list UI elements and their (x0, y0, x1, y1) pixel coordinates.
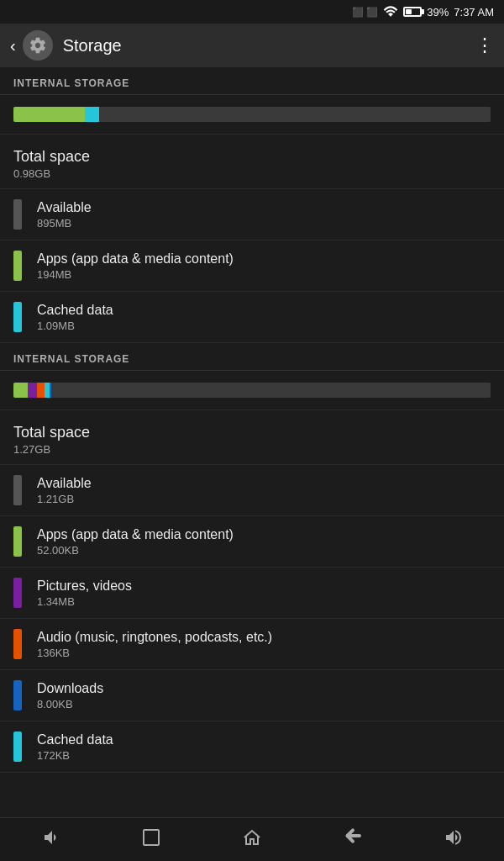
text-apps-2: Apps (app data & media content) 52.00KB (37, 527, 491, 557)
value-available-2: 1.21GB (37, 493, 491, 505)
volume-down-button[interactable] (24, 821, 77, 859)
bar-chart-1 (13, 107, 491, 122)
icon-available-1 (13, 199, 22, 230)
label-downloads: Downloads (37, 681, 491, 696)
label-pictures: Pictures, videos (37, 578, 491, 594)
row-apps-1[interactable]: Apps (app data & media content) 194MB (0, 240, 504, 292)
bar-cached-1 (85, 107, 99, 122)
row-cached-1[interactable]: Cached data 1.09MB (0, 292, 504, 343)
icon-apps-2 (13, 526, 22, 557)
text-apps-1: Apps (app data & media content) 194MB (37, 251, 491, 281)
total-space-value-2: 1.27GB (13, 443, 491, 456)
status-bar: ⬛ ⬛ 39% 7:37 AM (0, 0, 504, 24)
total-space-label-2: Total space (13, 424, 491, 441)
text-pictures: Pictures, videos 1.34MB (37, 578, 491, 608)
row-downloads[interactable]: Downloads 8.00KB (0, 670, 504, 721)
bar-apps-1 (13, 107, 85, 122)
icon-audio (13, 629, 22, 659)
text-available-1: Available 895MB (37, 200, 491, 230)
row-available-2[interactable]: Available 1.21GB (0, 465, 504, 516)
status-icons: ⬛ ⬛ 39% 7:37 AM (352, 6, 494, 18)
text-cached-1: Cached data 1.09MB (37, 303, 491, 332)
icon-apps-1 (13, 251, 22, 281)
section-header-2: INTERNAL STORAGE (0, 343, 504, 371)
icon-cached-2 (13, 732, 22, 762)
value-pictures: 1.34MB (37, 595, 491, 608)
bar-free-2 (51, 383, 491, 398)
value-available-1: 895MB (37, 217, 491, 230)
bar-audio-2 (37, 383, 45, 398)
row-available-1[interactable]: Available 895MB (0, 189, 504, 240)
time: 7:37 AM (454, 6, 494, 18)
label-cached-1: Cached data (37, 303, 491, 318)
row-cached-2[interactable]: Cached data 172KB (0, 721, 504, 773)
text-cached-2: Cached data 172KB (37, 732, 491, 762)
value-audio: 136KB (37, 647, 491, 659)
back-button[interactable]: ‹ (10, 36, 16, 55)
icon-downloads (13, 680, 22, 710)
value-cached-1: 1.09MB (37, 320, 491, 332)
svg-rect-0 (144, 830, 159, 845)
back-nav-button[interactable] (326, 821, 380, 859)
recent-apps-button[interactable] (124, 821, 178, 859)
total-space-row-1: Total space 0.98GB (0, 135, 504, 189)
bar-pics-2 (28, 383, 37, 398)
label-available-1: Available (37, 200, 491, 215)
storage-bar-2 (0, 371, 504, 410)
page-title: Storage (63, 36, 475, 55)
value-apps-2: 52.00KB (37, 544, 491, 557)
icon-cached-1 (13, 302, 22, 332)
total-space-label-1: Total space (13, 148, 491, 166)
bar-chart-2 (13, 383, 491, 398)
row-audio[interactable]: Audio (music, ringtones, podcasts, etc.)… (0, 619, 504, 670)
text-audio: Audio (music, ringtones, podcasts, etc.)… (37, 630, 491, 659)
icon-available-2 (13, 475, 22, 505)
total-space-value-1: 0.98GB (13, 167, 491, 180)
section-header-1: INTERNAL STORAGE (0, 67, 504, 95)
wifi-icon (383, 6, 398, 18)
label-available-2: Available (37, 476, 491, 491)
bar-free-1 (99, 107, 491, 122)
bottom-navigation (0, 817, 504, 861)
battery-indicator (403, 7, 422, 17)
label-audio: Audio (music, ringtones, podcasts, etc.) (37, 630, 491, 645)
value-apps-1: 194MB (37, 268, 491, 281)
app-bar: ‹ Storage ⋮ (0, 24, 504, 67)
value-cached-2: 172KB (37, 749, 491, 762)
notification-icons: ⬛ ⬛ (352, 7, 378, 18)
total-space-row-2: Total space 1.27GB (0, 410, 504, 465)
storage-bar-1 (0, 95, 504, 135)
home-button[interactable] (225, 821, 279, 859)
row-pictures[interactable]: Pictures, videos 1.34MB (0, 568, 504, 619)
label-apps-1: Apps (app data & media content) (37, 251, 491, 267)
bar-apps-2 (13, 383, 28, 398)
text-downloads: Downloads 8.00KB (37, 681, 491, 710)
value-downloads: 8.00KB (37, 698, 491, 710)
volume-up-button[interactable] (427, 821, 480, 859)
icon-pictures (13, 578, 22, 608)
overflow-menu-button[interactable]: ⋮ (475, 34, 494, 56)
label-cached-2: Cached data (37, 732, 491, 747)
battery-percent: 39% (427, 6, 449, 18)
row-apps-2[interactable]: Apps (app data & media content) 52.00KB (0, 516, 504, 568)
text-available-2: Available 1.21GB (37, 476, 491, 505)
label-apps-2: Apps (app data & media content) (37, 527, 491, 542)
content-area: INTERNAL STORAGE Total space 0.98GB Avai… (0, 67, 504, 817)
settings-icon (23, 30, 53, 61)
